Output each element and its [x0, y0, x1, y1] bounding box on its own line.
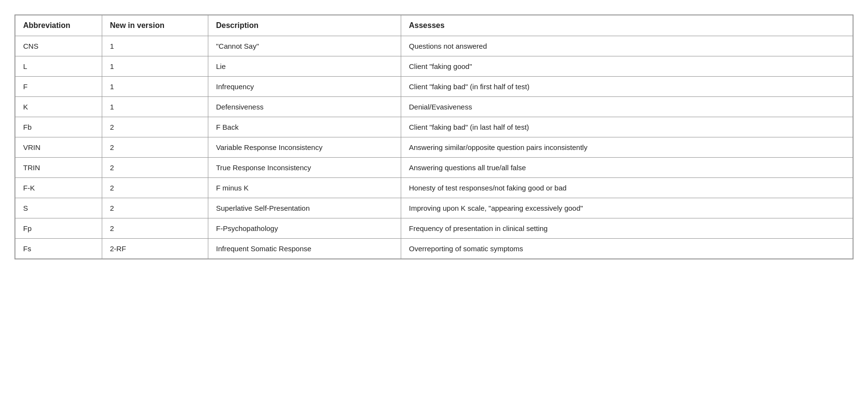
cell-version: 1	[102, 36, 208, 56]
table-row: Fp2F-PsychopathologyFrequency of present…	[15, 218, 853, 239]
cell-assesses: Client "faking bad" (in first half of te…	[401, 77, 853, 97]
cell-abbreviation: VRIN	[15, 137, 102, 158]
cell-description: Variable Response Inconsistency	[208, 137, 401, 158]
cell-assesses: Honesty of test responses/not faking goo…	[401, 178, 853, 198]
cell-description: "Cannot Say"	[208, 36, 401, 56]
cell-abbreviation: K	[15, 97, 102, 117]
cell-version: 2	[102, 158, 208, 178]
cell-version: 1	[102, 56, 208, 77]
cell-version: 2-RF	[102, 239, 208, 259]
cell-version: 1	[102, 97, 208, 117]
cell-version: 2	[102, 137, 208, 158]
data-table: Abbreviation New in version Description …	[15, 15, 853, 259]
cell-version: 2	[102, 178, 208, 198]
col-header-assesses: Assesses	[401, 15, 853, 36]
cell-abbreviation: Fp	[15, 218, 102, 239]
cell-assesses: Answering questions all true/all false	[401, 158, 853, 178]
cell-description: F-Psychopathology	[208, 218, 401, 239]
cell-abbreviation: L	[15, 56, 102, 77]
cell-version: 1	[102, 77, 208, 97]
cell-version: 2	[102, 117, 208, 137]
cell-assesses: Client "faking bad" (in last half of tes…	[401, 117, 853, 137]
cell-description: F minus K	[208, 178, 401, 198]
cell-abbreviation: F-K	[15, 178, 102, 198]
cell-abbreviation: CNS	[15, 36, 102, 56]
table-row: CNS1"Cannot Say"Questions not answered	[15, 36, 853, 56]
cell-assesses: Questions not answered	[401, 36, 853, 56]
cell-abbreviation: S	[15, 198, 102, 218]
cell-abbreviation: Fb	[15, 117, 102, 137]
col-header-description: Description	[208, 15, 401, 36]
cell-description: Superlative Self-Presentation	[208, 198, 401, 218]
cell-description: True Response Inconsistency	[208, 158, 401, 178]
table-row: Fs2-RFInfrequent Somatic ResponseOverrep…	[15, 239, 853, 259]
table-row: TRIN2True Response InconsistencyAnswerin…	[15, 158, 853, 178]
cell-version: 2	[102, 218, 208, 239]
table-row: F1InfrequencyClient "faking bad" (in fir…	[15, 77, 853, 97]
col-header-version: New in version	[102, 15, 208, 36]
cell-assesses: Answering similar/opposite question pair…	[401, 137, 853, 158]
table-row: Fb2F BackClient "faking bad" (in last ha…	[15, 117, 853, 137]
cell-abbreviation: F	[15, 77, 102, 97]
cell-assesses: Client "faking good"	[401, 56, 853, 77]
main-table-container: Abbreviation New in version Description …	[14, 14, 854, 259]
cell-description: Infrequent Somatic Response	[208, 239, 401, 259]
table-row: F-K2F minus KHonesty of test responses/n…	[15, 178, 853, 198]
cell-assesses: Frequency of presentation in clinical se…	[401, 218, 853, 239]
cell-description: Lie	[208, 56, 401, 77]
table-row: K1DefensivenessDenial/Evasiveness	[15, 97, 853, 117]
cell-version: 2	[102, 198, 208, 218]
cell-assesses: Overreporting of somatic symptoms	[401, 239, 853, 259]
cell-description: Defensiveness	[208, 97, 401, 117]
cell-description: Infrequency	[208, 77, 401, 97]
cell-description: F Back	[208, 117, 401, 137]
col-header-abbreviation: Abbreviation	[15, 15, 102, 36]
cell-abbreviation: TRIN	[15, 158, 102, 178]
table-row: S2Superlative Self-PresentationImproving…	[15, 198, 853, 218]
cell-abbreviation: Fs	[15, 239, 102, 259]
table-row: VRIN2Variable Response InconsistencyAnsw…	[15, 137, 853, 158]
table-row: L1LieClient "faking good"	[15, 56, 853, 77]
cell-assesses: Improving upon K scale, "appearing exces…	[401, 198, 853, 218]
cell-assesses: Denial/Evasiveness	[401, 97, 853, 117]
table-header-row: Abbreviation New in version Description …	[15, 15, 853, 36]
